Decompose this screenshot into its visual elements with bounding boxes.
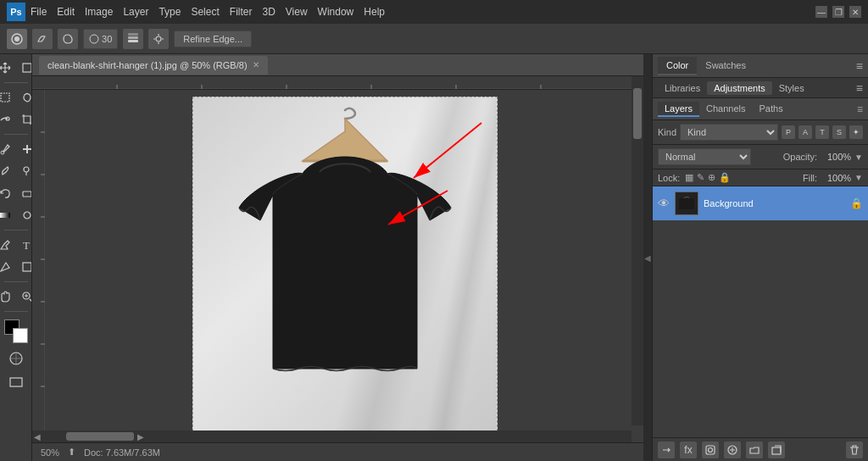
menu-filter[interactable]: Filter [230, 6, 253, 18]
type-filter-icon[interactable]: T [815, 125, 829, 139]
svg-point-11 [24, 167, 29, 172]
artboard-tool[interactable] [17, 58, 33, 78]
layers-empty-space [653, 220, 868, 437]
maximize-button[interactable]: ❐ [832, 6, 844, 18]
menu-view[interactable]: View [286, 6, 308, 18]
horizontal-scroll-thumb[interactable] [66, 432, 134, 441]
brush-alt-icon[interactable] [32, 29, 53, 49]
vertical-scrollbar[interactable] [632, 76, 643, 425]
eraser-tool[interactable] [17, 183, 33, 203]
new-group-button[interactable] [746, 442, 763, 458]
hand-tool[interactable] [0, 286, 15, 307]
swatches-tab[interactable]: Swatches [697, 57, 754, 75]
layers-tab[interactable]: Layers [658, 102, 699, 117]
blur-tool[interactable] [17, 205, 33, 225]
lock-position-icon[interactable]: ✎ [697, 172, 704, 183]
clone-stamp-tool[interactable] [17, 161, 33, 181]
close-button[interactable]: ✕ [849, 6, 861, 18]
healing-tool[interactable] [17, 139, 33, 159]
kind-filter-icons: P A T S ✦ [782, 125, 863, 139]
libraries-tab[interactable]: Libraries [658, 81, 707, 95]
close-tab-button[interactable]: ✕ [253, 60, 259, 69]
menu-layer[interactable]: Layer [123, 6, 148, 18]
layer-background[interactable]: 👁 Background 🔒 [653, 186, 868, 220]
lock-artboard-icon[interactable]: ⊕ [708, 172, 715, 183]
menu-3d[interactable]: 3D [262, 6, 275, 18]
prev-frame-button[interactable]: ◀ [34, 432, 41, 442]
shape-tool[interactable] [17, 257, 33, 277]
layer-visibility-icon[interactable]: 👁 [658, 197, 670, 210]
color-swatches[interactable] [4, 319, 28, 343]
settings-icon[interactable] [148, 29, 169, 49]
smart-filter-icon[interactable]: ✦ [849, 125, 863, 139]
sub-panel-menu-icon[interactable]: ≡ [856, 81, 863, 95]
blend-mode-dropdown[interactable]: Normal [658, 148, 751, 165]
pen-tool[interactable] [0, 235, 15, 255]
crop-tool[interactable] [17, 109, 33, 130]
link-layers-button[interactable] [658, 442, 675, 458]
styles-tab[interactable]: Styles [772, 81, 811, 95]
add-mask-button[interactable] [702, 442, 719, 458]
opacity-chevron[interactable]: ▼ [854, 153, 863, 162]
next-frame-button[interactable]: ▶ [137, 432, 144, 442]
svg-point-39 [709, 447, 713, 452]
document-tab[interactable]: clean-blank-shirt-hanger (1).jpg @ 50% (… [39, 56, 268, 75]
delete-layer-button[interactable] [846, 442, 863, 458]
color-tab[interactable]: Color [658, 57, 697, 75]
menu-help[interactable]: Help [364, 6, 385, 18]
lasso-tool[interactable] [17, 87, 33, 108]
add-style-button[interactable]: fx [680, 442, 697, 458]
layer-stack-icon[interactable] [123, 29, 143, 49]
type-tool[interactable]: T [17, 235, 33, 255]
share-icon[interactable]: ⬆ [68, 447, 75, 458]
eyedropper-tool[interactable] [0, 139, 15, 159]
quick-select-tool[interactable] [0, 109, 15, 130]
channels-tab[interactable]: Channels [699, 102, 752, 117]
menu-type[interactable]: Type [159, 6, 181, 18]
menu-select[interactable]: Select [191, 6, 219, 18]
pixel-filter-icon[interactable]: P [782, 125, 795, 139]
panel-menu-icon[interactable]: ≡ [856, 59, 863, 73]
menu-edit[interactable]: Edit [57, 6, 75, 18]
history-brush-tool[interactable] [0, 183, 15, 203]
lock-pixels-icon[interactable]: ▦ [685, 172, 693, 183]
screen-mode-icon[interactable] [6, 372, 26, 392]
brush-tool[interactable] [0, 161, 15, 181]
lock-all-icon[interactable]: 🔒 [719, 172, 731, 183]
status-bar: 50% ⬆ Doc: 7.63M/7.63M [32, 442, 643, 461]
paths-tab[interactable]: Paths [753, 102, 790, 117]
adjustments-tab[interactable]: Adjustments [707, 81, 772, 95]
main-layout: T [0, 54, 868, 461]
marquee-tool[interactable] [0, 87, 15, 108]
menu-file[interactable]: File [31, 6, 47, 18]
path-select-tool[interactable] [0, 257, 15, 277]
lock-icons: ▦ ✎ ⊕ 🔒 [685, 172, 731, 183]
refine-edge-button[interactable]: Refine Edge... [174, 31, 252, 47]
kind-dropdown[interactable]: Kind [680, 124, 778, 141]
adjustment-filter-icon[interactable]: A [798, 125, 812, 139]
menu-window[interactable]: Window [318, 6, 354, 18]
gradient-tool[interactable] [0, 205, 15, 225]
brush-size-display[interactable]: 30 [83, 29, 118, 49]
fill-chevron[interactable]: ▼ [854, 173, 863, 182]
zoom-tool[interactable] [17, 286, 33, 307]
vertical-scroll-thumb[interactable] [633, 88, 642, 139]
brush-tool-icon[interactable] [7, 29, 27, 49]
menu-image[interactable]: Image [85, 6, 113, 18]
background-color[interactable] [13, 328, 28, 343]
new-adjustment-button[interactable] [724, 442, 741, 458]
shape-filter-icon[interactable]: S [832, 125, 846, 139]
toolbar-separator-1 [4, 82, 28, 83]
horizontal-scrollbar[interactable]: ◀ ▶ [32, 430, 632, 442]
quick-mask-icon[interactable] [6, 348, 26, 369]
move-tool[interactable] [0, 58, 15, 78]
new-layer-button[interactable] [768, 442, 785, 458]
lasso-icon[interactable] [58, 29, 78, 49]
toolbar-separator-4 [4, 281, 28, 282]
collapse-icon: ◀ [644, 253, 651, 263]
layers-menu-icon[interactable]: ≡ [857, 103, 863, 115]
svg-rect-8 [1, 93, 9, 102]
minimize-button[interactable]: — [815, 6, 827, 18]
right-collapse-bar[interactable]: ◀ [643, 54, 652, 461]
opacity-label: Opacity: [783, 152, 817, 162]
